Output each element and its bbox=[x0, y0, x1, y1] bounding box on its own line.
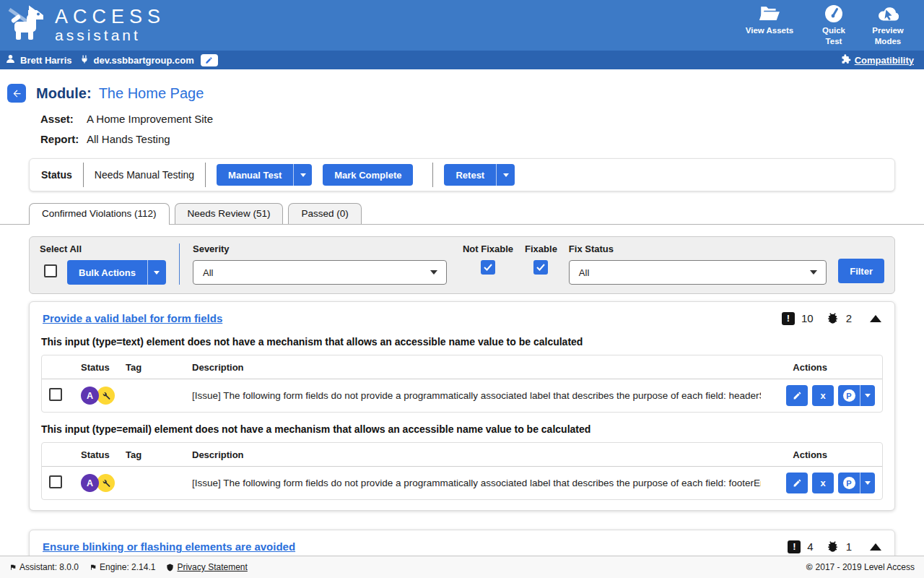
status-column-header: Status bbox=[81, 449, 126, 460]
row-checkbox[interactable] bbox=[49, 388, 62, 401]
fixable-wrench-icon bbox=[97, 474, 115, 492]
fix-status-label: Fix Status bbox=[569, 243, 827, 254]
tag-column-header: Tag bbox=[126, 449, 192, 460]
brand: ACCESS assistant bbox=[7, 4, 165, 46]
table-header: Status Tag Description Actions bbox=[42, 443, 882, 467]
bug-icon bbox=[826, 311, 840, 325]
module-name: The Home Page bbox=[99, 85, 204, 102]
retest-button[interactable]: Retest bbox=[444, 164, 496, 186]
filter-button-wrap: Filter bbox=[838, 243, 884, 283]
assistant-version: Assistant: 8.0.0 bbox=[9, 562, 79, 572]
issue-count-icon: ! bbox=[782, 312, 795, 325]
fixable-checkbox[interactable] bbox=[533, 260, 548, 275]
violation-title-link[interactable]: Provide a valid label for form fields bbox=[43, 312, 222, 324]
violation-stats: ! 4 1 bbox=[788, 540, 881, 553]
status-toolbar: Status Needs Manual Testing Manual Test … bbox=[29, 158, 895, 191]
tab-confirmed-violations[interactable]: Confirmed Violations (112) bbox=[29, 203, 170, 225]
tab-needs-review[interactable]: Needs Review (51) bbox=[175, 203, 284, 224]
row-actions: x P bbox=[761, 473, 875, 493]
row-checkbox[interactable] bbox=[49, 475, 62, 488]
not-fixable-checkbox[interactable] bbox=[481, 260, 495, 275]
remove-issue-button[interactable]: x bbox=[812, 473, 834, 493]
user-icon bbox=[6, 54, 15, 66]
chevron-down-icon bbox=[503, 173, 509, 177]
issue-count: 10 bbox=[801, 312, 814, 324]
status-value: Needs Manual Testing bbox=[95, 169, 194, 181]
collapse-icon[interactable] bbox=[870, 543, 881, 551]
chevron-down-icon bbox=[865, 394, 871, 397]
bug-count: 1 bbox=[846, 540, 852, 553]
nav-quick-test[interactable]: Quick Test bbox=[820, 4, 847, 46]
description-column-header: Description bbox=[192, 362, 761, 373]
manual-test-button[interactable]: Manual Test bbox=[217, 164, 293, 186]
bulk-actions-button[interactable]: Bulk Actions bbox=[67, 260, 147, 285]
nav-preview-modes[interactable]: Preview Modes bbox=[869, 4, 907, 46]
report-row: Report: All Hands Testing bbox=[40, 133, 924, 145]
severity-select[interactable]: All bbox=[193, 260, 447, 285]
bulk-actions-dropdown[interactable] bbox=[147, 260, 166, 285]
status-badges: A bbox=[81, 387, 126, 405]
brand-text: ACCESS assistant bbox=[55, 4, 165, 44]
edit-issue-button[interactable] bbox=[786, 385, 808, 406]
user-name: Brett Harris bbox=[20, 55, 72, 66]
table-row: A [Issue] The following form fields do n… bbox=[42, 379, 882, 412]
gauge-icon bbox=[824, 4, 843, 23]
app-footer: Assistant: 8.0.0 Engine: 2.14.1 Privacy … bbox=[0, 556, 924, 578]
user-info: Brett Harris dev.ssbbartgroup.com bbox=[6, 54, 218, 66]
description-cell: [Issue] The following form fields do not… bbox=[192, 478, 761, 488]
select-all-checkbox[interactable] bbox=[44, 264, 57, 277]
asset-label: Asset: bbox=[40, 113, 87, 125]
bug-icon bbox=[826, 540, 840, 553]
fixable-wrench-icon bbox=[97, 387, 115, 405]
fix-status-select[interactable]: All bbox=[569, 260, 827, 285]
status-badges: A bbox=[81, 474, 126, 492]
pattern-p-icon: P bbox=[843, 477, 855, 489]
edit-issue-button[interactable] bbox=[786, 473, 808, 493]
chevron-down-icon bbox=[154, 271, 160, 275]
pattern-dropdown[interactable] bbox=[860, 473, 875, 493]
flag-icon bbox=[90, 563, 97, 571]
tab-passed[interactable]: Passed (0) bbox=[288, 203, 361, 224]
violation-card-1: Provide a valid label for form fields ! … bbox=[29, 301, 895, 511]
fix-status-value: All bbox=[579, 267, 589, 278]
description-cell: [Issue] The following form fields do not… bbox=[192, 390, 761, 401]
engine-version: Engine: 2.14.1 bbox=[90, 562, 155, 572]
user-bar: Brett Harris dev.ssbbartgroup.com Compat… bbox=[0, 51, 924, 69]
fixable-label: Fixable bbox=[525, 243, 557, 254]
nav-view-assets[interactable]: View Assets bbox=[741, 4, 798, 35]
back-button[interactable] bbox=[7, 84, 26, 103]
mark-complete-button[interactable]: Mark Complete bbox=[323, 164, 413, 186]
remove-issue-button[interactable]: x bbox=[812, 385, 834, 406]
brand-subtitle: assistant bbox=[55, 27, 165, 44]
divider bbox=[83, 163, 84, 187]
severity-group: Severity All bbox=[193, 243, 447, 285]
privacy-statement: Privacy Statement bbox=[166, 562, 247, 572]
divider bbox=[179, 243, 180, 285]
collapse-icon[interactable] bbox=[870, 315, 881, 322]
pattern-button[interactable]: P bbox=[838, 385, 860, 406]
violation-title-link[interactable]: Ensure blinking or flashing elements are… bbox=[43, 540, 295, 553]
retest-dropdown[interactable] bbox=[496, 164, 515, 186]
severity-label: Severity bbox=[193, 243, 447, 254]
manual-test-dropdown[interactable] bbox=[293, 164, 312, 186]
module-label: Module: bbox=[36, 85, 92, 102]
status-a-badge: A bbox=[81, 474, 99, 492]
report-value: All Hands Testing bbox=[87, 133, 170, 145]
edit-domain-button[interactable] bbox=[201, 54, 218, 66]
privacy-statement-link[interactable]: Privacy Statement bbox=[177, 562, 247, 572]
divider bbox=[432, 163, 433, 187]
pattern-dropdown[interactable] bbox=[860, 385, 875, 406]
compatibility-link[interactable]: Compatibility bbox=[855, 55, 914, 66]
flag-icon bbox=[9, 563, 17, 571]
filter-bar: Select All Bulk Actions Severity All Not… bbox=[29, 236, 895, 294]
compatibility-area: Compatibility bbox=[841, 54, 914, 66]
check-icon bbox=[536, 264, 545, 271]
puzzle-icon bbox=[841, 54, 851, 66]
copyright-icon: © bbox=[806, 562, 813, 572]
pattern-button[interactable]: P bbox=[838, 473, 860, 493]
nav-label: Quick Test bbox=[820, 25, 847, 46]
manual-test-split-button: Manual Test bbox=[217, 164, 312, 186]
filter-button[interactable]: Filter bbox=[838, 259, 884, 283]
violation-table: Status Tag Description Actions A [Issue]… bbox=[41, 355, 883, 413]
actions-column-header: Actions bbox=[761, 362, 875, 373]
